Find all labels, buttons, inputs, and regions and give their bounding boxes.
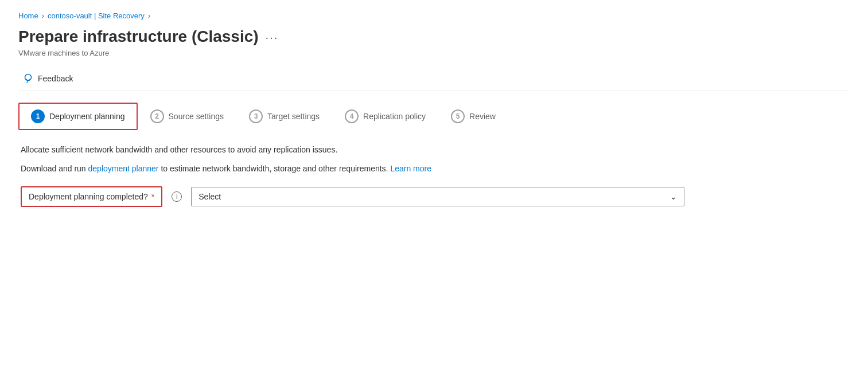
page-title: Prepare infrastructure (Classic) <box>18 27 259 46</box>
step-deployment-planning[interactable]: 1 Deployment planning <box>18 103 138 130</box>
feedback-button[interactable]: Feedback <box>18 71 77 86</box>
field-label-container: Deployment planning completed? * <box>21 186 162 207</box>
step-source-settings[interactable]: 2 Source settings <box>138 103 237 130</box>
breadcrumb-chevron2: › <box>148 11 150 20</box>
step-2-circle: 2 <box>150 109 164 123</box>
description-1: Allocate sufficient network bandwidth an… <box>21 144 847 156</box>
step-5-circle: 5 <box>451 109 465 123</box>
step-4-circle: 4 <box>345 109 359 123</box>
description-2-middle: to estimate network bandwidth, storage a… <box>159 164 391 173</box>
content-area: Allocate sufficient network bandwidth an… <box>18 144 850 207</box>
step-1-circle: 1 <box>31 109 45 123</box>
deployment-planning-form-row: Deployment planning completed? * i Selec… <box>21 186 847 207</box>
step-3-label: Target settings <box>267 112 320 121</box>
page-subtitle: VMware machines to Azure <box>18 49 850 57</box>
breadcrumb-home[interactable]: Home <box>18 11 38 20</box>
step-1-label: Deployment planning <box>49 112 125 121</box>
select-placeholder: Select <box>198 192 221 201</box>
chevron-down-icon: ⌄ <box>670 192 677 201</box>
feedback-label: Feedback <box>38 74 73 83</box>
info-icon[interactable]: i <box>172 191 182 202</box>
step-replication-policy[interactable]: 4 Replication policy <box>332 103 438 130</box>
breadcrumb: Home › contoso-vault | Site Recovery › <box>18 11 850 20</box>
toolbar: Feedback <box>18 66 850 91</box>
deployment-planning-select[interactable]: Select ⌄ <box>191 187 684 206</box>
steps-navigation: 1 Deployment planning 2 Source settings … <box>18 103 850 130</box>
step-3-circle: 3 <box>249 109 263 123</box>
svg-line-1 <box>27 80 28 83</box>
step-4-label: Replication policy <box>363 112 426 121</box>
breadcrumb-vault[interactable]: contoso-vault | Site Recovery <box>48 11 145 20</box>
required-indicator: * <box>151 192 154 201</box>
breadcrumb-chevron1: › <box>42 11 44 20</box>
description-2: Download and run deployment planner to e… <box>21 163 847 175</box>
description-2-prefix: Download and run <box>21 164 88 173</box>
deployment-planner-link[interactable]: deployment planner <box>88 164 159 173</box>
svg-point-0 <box>25 74 32 80</box>
field-label: Deployment planning completed? <box>29 192 148 201</box>
step-5-label: Review <box>469 112 496 121</box>
more-options-button[interactable]: ··· <box>266 31 279 44</box>
feedback-icon <box>23 73 33 84</box>
step-2-label: Source settings <box>169 112 224 121</box>
step-review[interactable]: 5 Review <box>438 103 508 130</box>
step-target-settings[interactable]: 3 Target settings <box>236 103 332 130</box>
learn-more-link[interactable]: Learn more <box>390 164 431 173</box>
